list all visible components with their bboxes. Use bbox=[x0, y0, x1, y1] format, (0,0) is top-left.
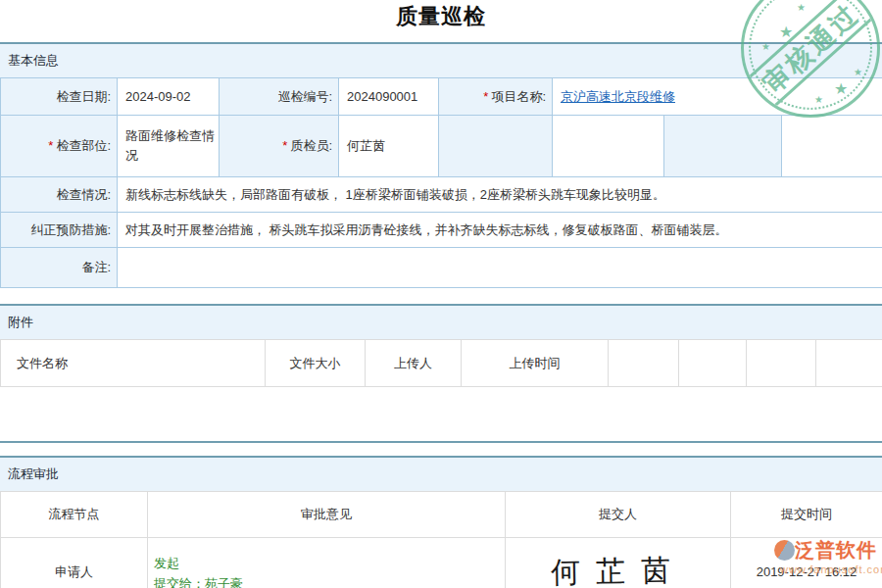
col-uploader: 上传人 bbox=[366, 340, 462, 387]
inspection-no-label: 巡检编号: bbox=[220, 78, 339, 116]
vendor-watermark: 泛普软件 www.fanpusoft.com bbox=[774, 537, 882, 575]
approval-action: 发起 bbox=[154, 553, 501, 573]
vendor-url: www.fanpusoft.com bbox=[780, 564, 882, 575]
col-empty bbox=[747, 340, 816, 387]
attachments-section-header: 附件 bbox=[0, 306, 882, 339]
quality-inspection-page: 质量巡检 基本信息 检查日期: 2024-09-02 巡检编号: 2024090… bbox=[0, 0, 882, 588]
project-name-value: 京沪高速北京段维修 bbox=[553, 78, 882, 116]
section-gap bbox=[0, 443, 882, 456]
required-marker: * bbox=[282, 138, 287, 153]
required-marker: * bbox=[483, 89, 488, 104]
empty-label-cell bbox=[664, 116, 782, 177]
empty-value-cell bbox=[782, 116, 882, 177]
approval-row: 申请人 发起 提交给：苑子豪 何芷茵 2019-12-27 16:12 bbox=[1, 538, 882, 588]
submitter-signature: 何芷茵 bbox=[550, 551, 686, 588]
col-flow-node: 流程节点 bbox=[1, 492, 148, 538]
inspector-value: 何芷茵 bbox=[339, 116, 439, 177]
col-file-size: 文件大小 bbox=[266, 340, 366, 387]
col-approval-opinion: 审批意见 bbox=[148, 492, 506, 538]
project-link[interactable]: 京沪高速北京段维修 bbox=[561, 89, 675, 104]
empty-label-cell bbox=[439, 116, 553, 177]
basic-info-table: 检查日期: 2024-09-02 巡检编号: 2024090001 *项目名称:… bbox=[0, 77, 882, 288]
col-submitter: 提交人 bbox=[506, 492, 731, 538]
check-part-label: *检查部位: bbox=[1, 116, 118, 177]
measures-value: 对其及时开展整治措施， 桥头跳车拟采用沥青砼接线，并补齐缺失标志标线，修复破板路… bbox=[118, 213, 882, 248]
inspection-no-value: 2024090001 bbox=[339, 78, 439, 116]
col-empty bbox=[609, 340, 679, 387]
check-part-value: 路面维修检查情况 bbox=[118, 116, 220, 177]
inspector-label: *质检员: bbox=[220, 116, 339, 177]
section-attachments: 附件 文件名称 文件大小 上传人 上传时间 bbox=[0, 304, 882, 443]
check-date-label: 检查日期: bbox=[1, 78, 118, 116]
required-marker: * bbox=[48, 138, 53, 153]
page-title: 质量巡检 bbox=[0, 0, 882, 31]
check-date-value: 2024-09-02 bbox=[118, 78, 220, 116]
fanpu-logo-icon bbox=[774, 540, 795, 561]
attachments-table: 文件名称 文件大小 上传人 上传时间 bbox=[0, 339, 882, 387]
remark-label: 备注: bbox=[1, 248, 118, 288]
vendor-name: 泛普软件 bbox=[795, 537, 877, 564]
measures-label: 纠正预防措施: bbox=[1, 213, 118, 248]
col-submit-time: 提交时间 bbox=[731, 492, 882, 538]
title-row: 质量巡检 bbox=[0, 0, 882, 42]
approval-opinion: 发起 提交给：苑子豪 bbox=[148, 538, 506, 588]
approval-section-header: 流程审批 bbox=[0, 458, 882, 491]
section-gap bbox=[0, 288, 882, 304]
project-name-label: *项目名称: bbox=[439, 78, 553, 116]
attachments-empty-body bbox=[0, 387, 882, 441]
approval-submit-to: 提交给：苑子豪 bbox=[154, 573, 501, 588]
situation-value: 新线标志标线缺失，局部路面有破板， 1座桥梁桥面铺装破损，2座桥梁桥头跳车现象比… bbox=[118, 177, 882, 213]
col-file-name: 文件名称 bbox=[1, 340, 266, 387]
remark-value bbox=[118, 248, 882, 288]
col-upload-time: 上传时间 bbox=[462, 340, 609, 387]
section-approval-flow: 流程审批 流程节点 审批意见 提交人 提交时间 申请人 发起 提交给：苑子豪 bbox=[0, 456, 882, 588]
col-empty bbox=[679, 340, 747, 387]
situation-label: 检查情况: bbox=[1, 177, 118, 213]
basic-info-section-header: 基本信息 bbox=[0, 44, 882, 77]
empty-value-cell bbox=[553, 116, 664, 177]
approval-node: 申请人 bbox=[1, 538, 148, 588]
approval-submitter: 何芷茵 bbox=[506, 538, 731, 588]
section-basic-info: 基本信息 检查日期: 2024-09-02 巡检编号: 2024090001 *… bbox=[0, 42, 882, 288]
approval-table: 流程节点 审批意见 提交人 提交时间 申请人 发起 提交给：苑子豪 何芷茵 20… bbox=[0, 491, 882, 588]
col-empty bbox=[816, 340, 882, 387]
